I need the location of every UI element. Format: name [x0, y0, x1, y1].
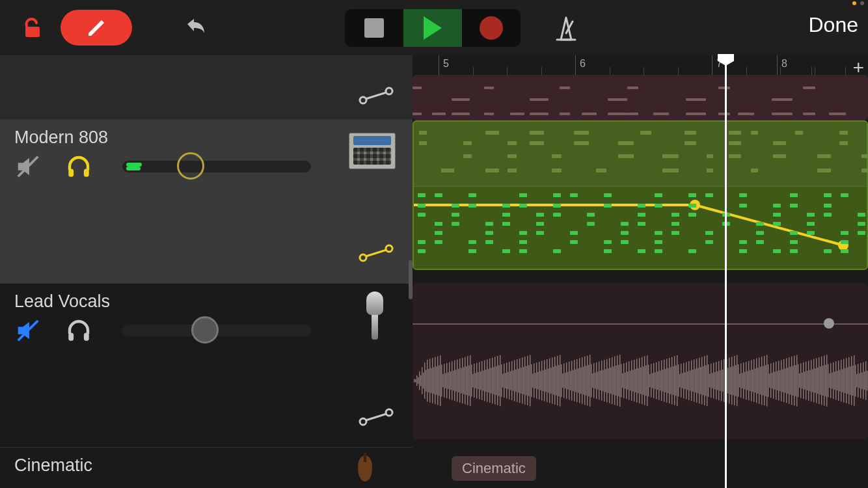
track-row-cinematic[interactable]: Cinematic: [0, 447, 413, 486]
svg-rect-307: [787, 368, 788, 394]
audio-region[interactable]: [413, 283, 868, 439]
svg-rect-136: [565, 373, 565, 388]
svg-rect-361: [858, 364, 858, 397]
undo-button[interactable]: [178, 12, 210, 44]
svg-rect-53: [457, 360, 457, 402]
volume-slider[interactable]: [122, 161, 311, 172]
svg-rect-157: [592, 373, 593, 388]
svg-rect-64: [471, 364, 472, 396]
svg-rect-170: [609, 358, 610, 403]
svg-rect-48: [450, 372, 451, 390]
svg-rect-36: [435, 357, 435, 404]
svg-rect-242: [703, 366, 703, 395]
svg-point-4: [386, 88, 392, 94]
svg-rect-358: [854, 355, 854, 405]
svg-rect-203: [652, 373, 653, 388]
svg-rect-233: [691, 360, 692, 401]
transport-controls: [345, 9, 521, 47]
midi-region-selected[interactable]: [413, 120, 868, 270]
svg-rect-313: [795, 365, 796, 396]
svg-rect-300: [778, 361, 779, 401]
speaker-muted-icon: [14, 152, 42, 181]
svg-rect-54: [458, 369, 459, 392]
svg-rect-66: [474, 364, 474, 398]
timeline[interactable]: 5 6 7 8 + Cinematic: [413, 55, 868, 488]
svg-rect-193: [639, 358, 640, 403]
mute-button[interactable]: [14, 153, 42, 180]
instrument-icon[interactable]: [349, 291, 401, 333]
solo-button[interactable]: [65, 317, 92, 344]
svg-rect-63: [470, 355, 470, 406]
svg-rect-213: [665, 369, 666, 392]
svg-rect-92: [508, 372, 508, 389]
svg-rect-240: [700, 367, 701, 394]
svg-rect-185: [629, 361, 629, 400]
svg-rect-69: [478, 372, 478, 389]
svg-rect-327: [813, 359, 814, 403]
svg-line-11: [366, 250, 387, 256]
svg-rect-156: [591, 364, 591, 398]
instrument-icon[interactable]: [349, 453, 401, 488]
svg-rect-125: [550, 368, 551, 394]
lock-button[interactable]: [10, 10, 55, 46]
svg-rect-163: [600, 371, 601, 390]
stop-button[interactable]: [345, 9, 403, 47]
edit-button[interactable]: [61, 10, 132, 46]
svg-rect-368: [867, 371, 867, 391]
play-button[interactable]: [403, 9, 462, 47]
svg-rect-334: [822, 366, 823, 396]
svg-rect-141: [571, 360, 572, 400]
svg-rect-96: [513, 370, 513, 391]
svg-rect-247: [709, 374, 710, 388]
svg-rect-144: [575, 370, 576, 392]
svg-rect-41: [441, 364, 442, 396]
ruler[interactable]: 5 6 7 8 +: [413, 55, 868, 75]
svg-rect-335: [824, 355, 824, 405]
track-row-modern-808[interactable]: Modern 808: [0, 119, 413, 283]
automation-point[interactable]: [824, 318, 834, 329]
mute-button[interactable]: [14, 317, 42, 344]
svg-rect-148: [580, 368, 581, 394]
svg-rect-274: [744, 372, 745, 390]
track-row-lead-vocals[interactable]: Lead Vocals: [0, 283, 413, 447]
svg-rect-343: [834, 372, 835, 390]
svg-rect-18: [364, 453, 366, 462]
svg-rect-167: [605, 369, 606, 392]
instrument-icon[interactable]: [349, 133, 401, 174]
automation-toggle[interactable]: [357, 404, 396, 430]
playhead[interactable]: [725, 55, 727, 488]
svg-rect-155: [590, 355, 590, 407]
volume-slider[interactable]: [122, 325, 311, 336]
svg-rect-86: [500, 355, 500, 406]
svg-rect-81: [493, 367, 494, 394]
track-row[interactable]: [0, 55, 413, 119]
svg-rect-103: [522, 358, 522, 404]
svg-rect-61: [467, 356, 468, 405]
midi-region[interactable]: [413, 75, 868, 120]
record-button[interactable]: [462, 9, 521, 47]
svg-rect-245: [707, 355, 707, 406]
svg-rect-275: [746, 362, 746, 400]
svg-rect-119: [543, 370, 543, 391]
svg-rect-277: [748, 361, 749, 401]
svg-rect-204: [653, 363, 654, 398]
svg-rect-333: [821, 357, 822, 405]
svg-rect-228: [685, 372, 685, 389]
svg-rect-340: [830, 363, 831, 398]
svg-rect-7: [68, 169, 74, 177]
svg-rect-60: [466, 366, 467, 395]
automation-toggle[interactable]: [357, 83, 396, 109]
svg-rect-208: [658, 361, 659, 400]
metronome-button[interactable]: [547, 13, 586, 46]
done-button[interactable]: Done: [809, 13, 859, 37]
svg-rect-283: [756, 359, 757, 403]
svg-rect-109: [530, 355, 530, 407]
audio-region[interactable]: Cinematic: [413, 452, 868, 488]
solo-button[interactable]: [65, 153, 92, 180]
automation-icon: [358, 86, 394, 105]
svg-rect-68: [476, 363, 477, 399]
svg-rect-290: [765, 365, 766, 396]
svg-rect-146: [578, 368, 578, 393]
svg-rect-244: [705, 366, 706, 396]
automation-toggle[interactable]: [357, 240, 396, 266]
